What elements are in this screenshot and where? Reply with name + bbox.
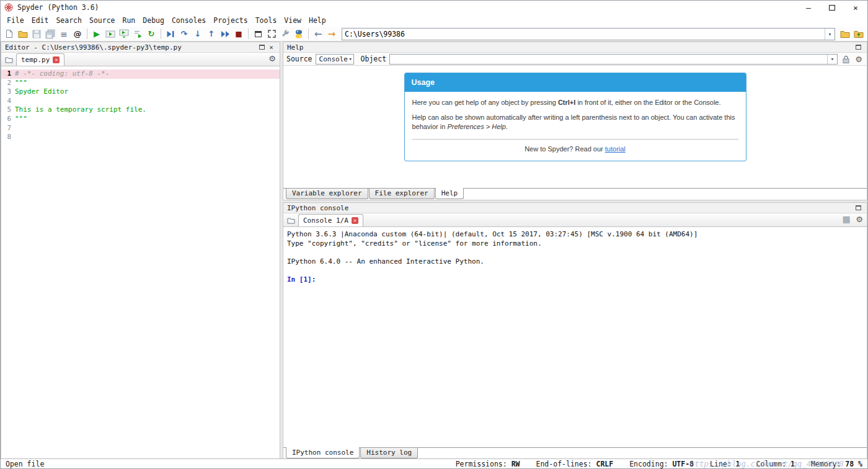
tutorial-link[interactable]: tutorial [605, 145, 626, 153]
maximize-button[interactable] [820, 1, 844, 14]
console-options-gear-icon[interactable]: ⚙ [854, 213, 865, 225]
save-all-icon[interactable] [43, 27, 57, 41]
source-combo[interactable]: Console ▾ [316, 54, 354, 65]
save-icon[interactable] [30, 27, 43, 41]
console-prompt-line[interactable]: In [1]: [287, 275, 863, 285]
tab-file-explorer[interactable]: File explorer [369, 189, 435, 199]
menu-projects[interactable]: Projects [210, 15, 251, 26]
browse-tabs-icon[interactable] [285, 215, 296, 226]
forward-icon[interactable]: → [325, 27, 339, 41]
text: . [506, 123, 508, 130]
object-combo[interactable]: ▾ [389, 54, 838, 65]
undock-icon[interactable] [854, 203, 863, 213]
run-selection-icon[interactable] [131, 27, 144, 41]
menu-help[interactable]: Help [305, 15, 330, 26]
editor-options-gear-icon[interactable]: ⚙ [267, 53, 278, 64]
run-cell-icon[interactable] [104, 27, 117, 41]
open-file-icon[interactable] [16, 27, 30, 41]
code-line[interactable]: 8 [1, 133, 280, 142]
console-output[interactable]: Python 3.6.3 |Anaconda custom (64-bit)| … [283, 227, 867, 447]
toolbar-separator [308, 29, 309, 39]
tab-ipython-console[interactable]: IPython console [286, 447, 360, 458]
grid-icon[interactable]: ▦ [841, 213, 852, 225]
menu-tools[interactable]: Tools [252, 15, 281, 26]
close-button[interactable]: × [844, 1, 867, 14]
close-tab-icon[interactable]: ✕ [352, 217, 358, 224]
debug-icon[interactable] [164, 27, 177, 41]
parent-directory-icon[interactable] [852, 27, 866, 41]
value: 1 [790, 460, 795, 468]
main-area: Editor - C:\Users\99386\.spyder-py3\temp… [1, 42, 867, 460]
text: New to Spyder? Read our [525, 145, 605, 153]
step-into-icon[interactable]: ↓ [191, 27, 205, 41]
help-options-gear-icon[interactable]: ⚙ [854, 54, 864, 64]
run-cell-advance-icon[interactable] [117, 27, 131, 41]
code-line[interactable]: 1# -*- coding: utf-8 -*- [1, 69, 280, 79]
toolbar-separator [87, 29, 87, 39]
divider [412, 139, 738, 140]
code-text: Spyder Editor [15, 87, 280, 97]
code-text [15, 124, 280, 133]
back-icon[interactable]: ← [311, 27, 325, 41]
chevron-down-icon[interactable]: ▾ [825, 29, 835, 40]
stop-icon[interactable]: ■ [232, 27, 246, 41]
menu-file[interactable]: File [3, 15, 28, 26]
code-line[interactable]: 3Spyder Editor [1, 87, 280, 97]
maximize-pane-icon[interactable] [251, 27, 265, 41]
lock-icon[interactable] [841, 54, 851, 64]
python-path-icon[interactable] [292, 27, 306, 41]
tab-label: Console 1/A [303, 217, 348, 225]
code-line[interactable]: 5This is a temporary script file. [1, 105, 280, 115]
undock-icon[interactable] [854, 43, 863, 52]
code-text: """ [15, 115, 280, 124]
menu-source[interactable]: Source [86, 15, 119, 26]
file-switcher-icon[interactable]: ≡ [57, 27, 71, 41]
tab-variable-explorer[interactable]: Variable explorer [286, 189, 368, 199]
tab-temp-py[interactable]: temp.py ✕ [16, 53, 64, 66]
browse-directory-icon[interactable] [838, 27, 852, 41]
working-directory-combo[interactable]: ▾ [342, 28, 835, 40]
spyder-logo-icon [4, 2, 14, 12]
code-line[interactable]: 7 [1, 124, 280, 133]
help-pane-tabs: Variable explorer File explorer Help [283, 188, 867, 200]
tab-console-1a[interactable]: Console 1/A ✕ [298, 214, 363, 226]
code-editor[interactable]: 1# -*- coding: utf-8 -*- 2""" 3Spyder Ed… [1, 66, 280, 459]
menu-consoles[interactable]: Consoles [168, 15, 210, 26]
code-line[interactable]: 4 [1, 97, 280, 106]
editor-title-text: Editor - C:\Users\99386\.spyder-py3\temp… [5, 43, 182, 51]
tab-help[interactable]: Help [435, 188, 464, 199]
label: Encoding: [629, 460, 668, 468]
chevron-down-icon[interactable]: ▾ [827, 55, 837, 64]
editor-pane-title: Editor - C:\Users\99386\.spyder-py3\temp… [1, 42, 280, 53]
code-text [15, 97, 280, 106]
code-line[interactable]: 2""" [1, 79, 280, 88]
menu-edit[interactable]: Edit [28, 15, 53, 26]
step-over-icon[interactable]: ↷ [177, 27, 191, 41]
close-pane-icon[interactable]: × [267, 43, 276, 52]
menu-run[interactable]: Run [119, 15, 140, 26]
browse-tabs-icon[interactable] [3, 54, 14, 65]
menu-debug[interactable]: Debug [139, 15, 168, 26]
tab-history-log[interactable]: History log [360, 448, 418, 458]
working-directory-input[interactable] [342, 30, 825, 38]
new-file-icon[interactable] [2, 27, 16, 41]
fullscreen-icon[interactable] [265, 27, 278, 41]
line-number: 5 [1, 105, 15, 115]
close-tab-icon[interactable]: ✕ [53, 56, 60, 63]
window-controls: – × [797, 1, 867, 14]
run-icon[interactable]: ▶ [90, 27, 104, 41]
object-input[interactable] [390, 55, 827, 63]
usage-paragraph-2: Help can also be shown automatically aft… [412, 113, 738, 132]
code-line[interactable]: 6""" [1, 115, 280, 124]
menu-search[interactable]: Search [52, 15, 86, 26]
undock-icon[interactable] [257, 43, 267, 52]
menu-view[interactable]: View [280, 15, 305, 26]
step-out-icon[interactable]: ↑ [205, 27, 218, 41]
chevron-down-icon[interactable]: ▾ [348, 55, 353, 64]
line-number: 2 [1, 79, 15, 88]
continue-icon[interactable] [218, 27, 232, 41]
rerun-last-cell-icon[interactable]: ↻ [144, 27, 158, 41]
preferences-icon[interactable] [278, 27, 292, 41]
minimize-button[interactable]: – [797, 1, 820, 14]
find-symbols-icon[interactable]: @ [71, 27, 84, 41]
